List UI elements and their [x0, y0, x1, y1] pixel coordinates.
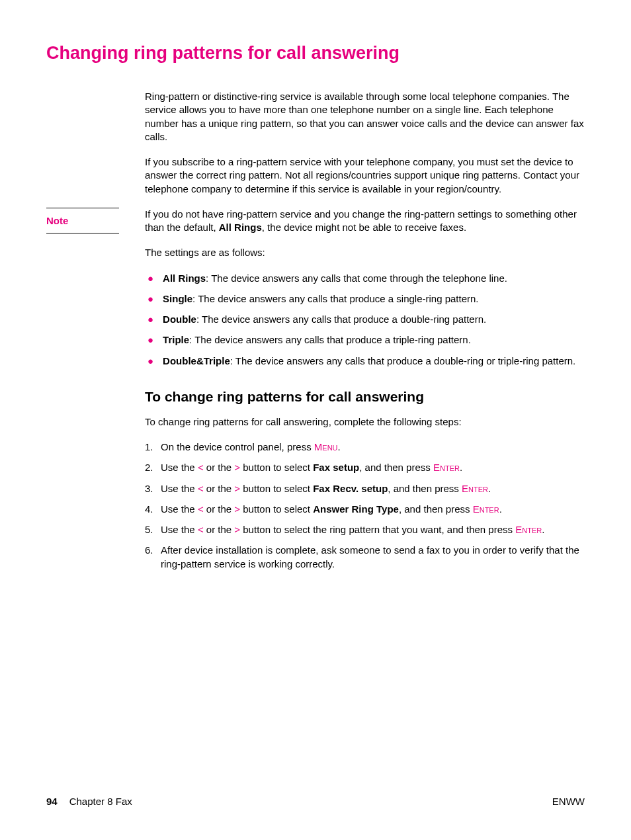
step-text: Use the — [161, 483, 198, 494]
bullet-desc: : The device answers any calls that come… — [206, 273, 507, 284]
bullet-label: Double&Triple — [163, 355, 230, 366]
lt-icon: < — [198, 483, 204, 494]
intro-para-2: If you subscribe to a ring-pattern servi… — [145, 155, 585, 196]
step-text: button to select — [240, 483, 313, 494]
page-footer: 94 Chapter 8 Fax ENWW — [46, 796, 585, 807]
step-text: button to select the ring pattern that y… — [240, 524, 515, 535]
list-item: ● All Rings: The device answers any call… — [145, 272, 585, 285]
note-text: If you do not have ring-pattern service … — [145, 208, 585, 235]
key-enter: Enter — [462, 483, 488, 494]
key-enter: Enter — [473, 503, 499, 515]
step-text: Use the — [161, 503, 198, 515]
lt-icon: < — [198, 503, 204, 515]
page-number: 94 — [46, 796, 58, 807]
step-text: or the — [204, 524, 235, 535]
lt-icon: < — [198, 462, 204, 473]
period: . — [542, 524, 544, 535]
list-item: ● Triple: The device answers any calls t… — [145, 333, 585, 347]
step-text: or the — [204, 483, 235, 494]
steps-list: On the device control panel, press Menu.… — [145, 441, 585, 571]
gt-icon: > — [234, 483, 240, 494]
steps-intro: To change ring patterns for call answeri… — [145, 415, 585, 429]
step-6: After device installation is complete, a… — [145, 544, 585, 571]
step-4: Use the < or the > button to select Answ… — [145, 503, 585, 516]
key-enter: Enter — [515, 524, 542, 535]
note-block: Note If you do not have ring-pattern ser… — [46, 208, 585, 235]
bullet-label: All Rings — [163, 273, 206, 284]
chapter-label: Chapter 8 Fax — [69, 796, 132, 807]
bullet-icon: ● — [147, 313, 153, 326]
bullet-label: Double — [163, 314, 196, 325]
gt-icon: > — [234, 503, 240, 515]
step-text: or the — [204, 462, 235, 473]
bullet-desc: : The device answers any calls that prod… — [189, 334, 471, 345]
step-text: , and then press — [388, 483, 462, 494]
bullet-desc: : The device answers any calls that prod… — [230, 355, 576, 366]
step-text: Use the — [161, 462, 198, 473]
settings-list: ● All Rings: The device answers any call… — [145, 272, 585, 368]
lang-code: ENWW — [552, 796, 585, 807]
bullet-icon: ● — [147, 292, 153, 306]
bullet-icon: ● — [147, 355, 153, 368]
bullet-label: Single — [163, 293, 192, 304]
step-bold: Answer Ring Type — [313, 503, 399, 515]
step-1: On the device control panel, press Menu. — [145, 441, 585, 454]
step-text: On the device control panel, press — [161, 441, 314, 452]
note-bold: All Rings — [219, 222, 262, 233]
note-post: , the device might not be able to receiv… — [262, 222, 466, 233]
step-text: button to select — [240, 503, 313, 515]
list-item: ● Double&Triple: The device answers any … — [145, 355, 585, 368]
step-text: button to select — [240, 462, 313, 473]
lt-icon: < — [198, 524, 204, 535]
period: . — [460, 462, 462, 473]
step-text: , and then press — [359, 462, 433, 473]
period: . — [338, 441, 341, 452]
step-2: Use the < or the > button to select Fax … — [145, 461, 585, 474]
list-item: ● Double: The device answers any calls t… — [145, 313, 585, 326]
step-text: After device installation is complete, a… — [161, 544, 585, 571]
bullet-desc: : The device answers any calls that prod… — [196, 314, 486, 325]
step-3: Use the < or the > button to select Fax … — [145, 482, 585, 495]
bullet-icon: ● — [147, 272, 153, 285]
page-title: Changing ring patterns for call answerin… — [46, 43, 585, 63]
gt-icon: > — [234, 462, 240, 473]
settings-intro: The settings are as follows: — [145, 246, 585, 259]
period: . — [488, 483, 491, 494]
step-bold: Fax Recv. setup — [313, 483, 388, 494]
key-menu: Menu — [314, 441, 338, 452]
sub-heading: To change ring patterns for call answeri… — [145, 389, 585, 405]
bullet-icon: ● — [147, 333, 153, 347]
list-item: ● Single: The device answers any calls t… — [145, 292, 585, 306]
period: . — [499, 503, 502, 515]
step-text: or the — [204, 503, 235, 515]
note-label: Note — [46, 208, 119, 233]
intro-para-1: Ring-pattern or distinctive-ring service… — [145, 90, 585, 144]
bullet-desc: : The device answers any calls that prod… — [192, 293, 478, 304]
key-enter: Enter — [433, 462, 460, 473]
step-5: Use the < or the > button to select the … — [145, 523, 585, 536]
gt-icon: > — [234, 524, 240, 535]
step-text: Use the — [161, 524, 198, 535]
bullet-label: Triple — [163, 334, 189, 345]
step-bold: Fax setup — [313, 462, 359, 473]
step-text: , and then press — [399, 503, 473, 515]
